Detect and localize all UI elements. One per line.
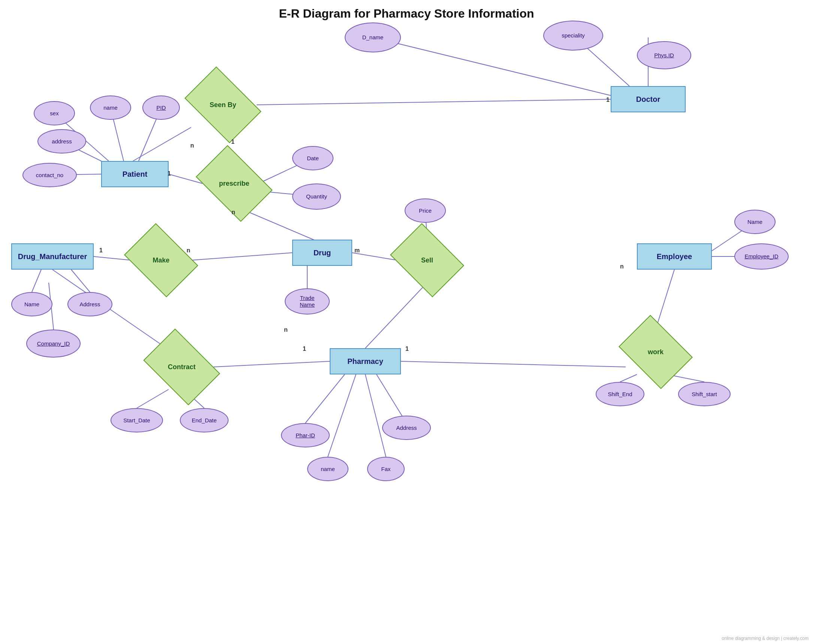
attr-date: Date bbox=[292, 146, 333, 170]
svg-line-30 bbox=[365, 375, 386, 457]
attr-employee-id: Employee_ID bbox=[734, 243, 788, 269]
watermark: online diagramming & design | creately.c… bbox=[722, 636, 808, 641]
rel-seenby: Seen By bbox=[191, 83, 255, 127]
attr-fax: Fax bbox=[367, 457, 405, 481]
attr-quantity: Quantity bbox=[292, 184, 341, 210]
attr-company-id: Company_ID bbox=[26, 329, 81, 358]
card-1-prescribe-down: n bbox=[232, 209, 235, 216]
card-1: 1 bbox=[606, 96, 610, 103]
card-n-seenby-patient: n bbox=[190, 142, 194, 149]
svg-line-15 bbox=[191, 253, 292, 260]
entity-patient: Patient bbox=[101, 161, 169, 187]
card-n-work-emp: n bbox=[620, 263, 624, 270]
attr-phar-id: Phar-ID bbox=[281, 423, 330, 447]
card-1-work-pharm: 1 bbox=[405, 346, 409, 352]
svg-line-27 bbox=[305, 375, 345, 423]
card-n-sell-pharm: n bbox=[284, 326, 288, 333]
svg-line-19 bbox=[365, 283, 427, 348]
entity-drug: Drug bbox=[292, 240, 352, 266]
attr-address-pharmacy: Address bbox=[382, 416, 431, 440]
diagram-container: E-R Diagram for Pharmacy Store Informati… bbox=[0, 0, 813, 644]
attr-sex: sex bbox=[34, 101, 75, 125]
svg-line-21 bbox=[32, 269, 41, 292]
svg-line-24 bbox=[213, 361, 330, 367]
rel-make: Make bbox=[131, 238, 191, 283]
rel-work: work bbox=[626, 329, 686, 375]
entity-employee: Employee bbox=[637, 243, 712, 269]
attr-d-name: D_name bbox=[345, 23, 401, 52]
svg-line-29 bbox=[328, 375, 356, 457]
attr-shift-end: Shift_End bbox=[596, 382, 644, 406]
card-1-contract-pharm: 1 bbox=[303, 346, 306, 352]
attr-shift-start: Shift_start bbox=[678, 382, 730, 406]
lines-svg bbox=[0, 0, 813, 644]
svg-line-35 bbox=[620, 375, 637, 382]
entity-drug-manufacturer: Drug_Manufacturer bbox=[11, 243, 94, 269]
svg-line-25 bbox=[137, 389, 169, 408]
attr-address-manufacturer: Address bbox=[67, 292, 112, 317]
rel-prescribe: prescribe bbox=[202, 161, 266, 206]
attr-speciality: speciality bbox=[543, 21, 603, 50]
attr-start-date: Start_Date bbox=[110, 408, 163, 433]
svg-line-14 bbox=[94, 257, 131, 260]
card-m-sell: m bbox=[354, 247, 360, 254]
attr-end-date: End_Date bbox=[180, 408, 229, 433]
svg-line-31 bbox=[656, 269, 674, 329]
attr-phys-id: Phys.ID bbox=[637, 41, 691, 69]
rel-contract: Contract bbox=[150, 344, 213, 389]
card-1-mfr: 1 bbox=[99, 247, 103, 254]
diagram-title: E-R Diagram for Pharmacy Store Informati… bbox=[279, 7, 534, 21]
svg-line-4 bbox=[133, 127, 191, 161]
attr-address-patient: address bbox=[37, 129, 86, 153]
attr-pid: PID bbox=[143, 95, 180, 120]
attr-name-employee: Name bbox=[734, 210, 776, 234]
attr-name-manufacturer: Name bbox=[11, 292, 52, 317]
entity-doctor: Doctor bbox=[611, 86, 686, 112]
attr-name-pharmacy: name bbox=[307, 457, 348, 481]
attr-name-patient: name bbox=[90, 95, 131, 120]
attr-contact-no: contact_no bbox=[23, 163, 77, 187]
svg-line-34 bbox=[401, 361, 626, 367]
card-n-make: n bbox=[187, 247, 190, 254]
svg-line-3 bbox=[257, 99, 611, 105]
attr-price: Price bbox=[405, 199, 446, 223]
rel-sell: Sell bbox=[397, 238, 457, 283]
entity-pharmacy: Pharmacy bbox=[330, 348, 401, 375]
attr-trade-name: Trade Name bbox=[285, 288, 330, 315]
card-1-patient-prescribe: 1 bbox=[167, 170, 171, 177]
card-1-prescribe-drug: 1 bbox=[231, 139, 235, 145]
svg-line-22 bbox=[71, 269, 90, 292]
